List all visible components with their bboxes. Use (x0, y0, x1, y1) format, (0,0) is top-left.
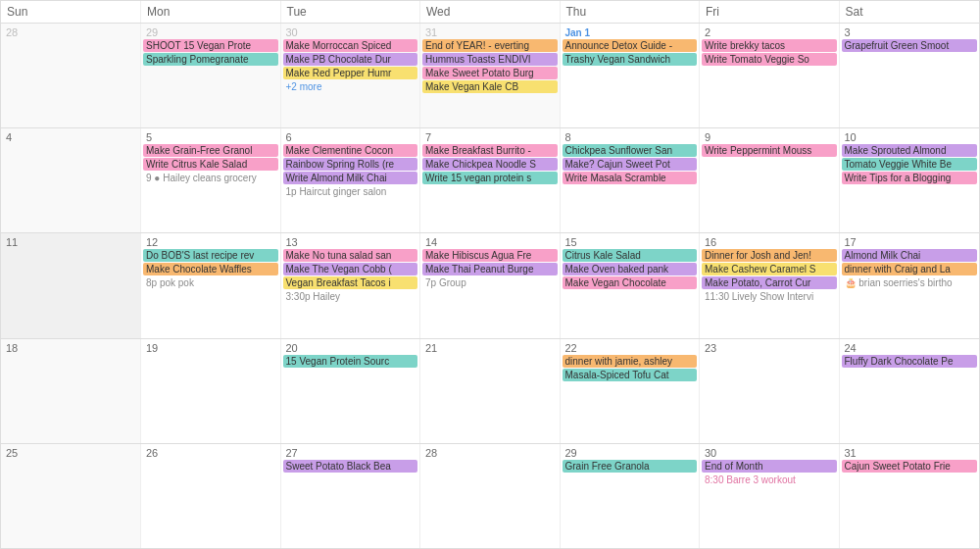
calendar-event[interactable]: Make? Cajun Sweet Pot (563, 158, 698, 171)
calendar-event[interactable]: Make Chickpea Noodle S (422, 158, 558, 171)
day-number-2-0: 11 (3, 235, 138, 249)
day-number-1-5: 9 (702, 130, 837, 144)
time-event: 🎂 brian soerries's birtho (842, 276, 978, 289)
time-event: 8p pok pok (143, 276, 278, 289)
calendar-event[interactable]: dinner with jamie, ashley (563, 355, 698, 368)
day-number-3-3: 21 (422, 341, 558, 355)
calendar-event[interactable]: Make Morroccan Spiced (283, 39, 418, 52)
day-number-3-1: 19 (143, 341, 278, 355)
calendar-event[interactable]: Make PB Chocolate Dur (283, 53, 418, 66)
day-number-4-2: 27 (283, 446, 418, 460)
day-cell-3-3: 21 (420, 339, 561, 443)
week-row-0: 2829SHOOT 15 Vegan ProteSparkling Pomegr… (1, 24, 979, 128)
calendar-event[interactable]: End of Month (702, 460, 837, 473)
day-number-0-0: 28 (3, 25, 138, 39)
days-of-week-header: Sun Mon Tue Wed Thu Fri Sat (1, 1, 979, 24)
day-cell-3-0: 18 (1, 339, 141, 443)
calendar-event[interactable]: Sweet Potato Black Bea (283, 460, 418, 473)
calendar-event[interactable]: Make Grain-Free Granol (143, 144, 278, 157)
header-thu: Thu (561, 1, 701, 23)
calendar-event[interactable]: Write Tips for a Blogging (842, 172, 978, 184)
day-cell-3-4: 22dinner with jamie, ashleyMasala-Spiced… (561, 339, 701, 443)
calendar-event[interactable]: Make Cashew Caramel S (702, 263, 837, 275)
calendar-event[interactable]: Grapefruit Green Smoot (842, 39, 978, 52)
calendar-event[interactable]: Make Potato, Carrot Cur (702, 276, 837, 289)
day-number-4-0: 25 (3, 446, 138, 460)
calendar-event[interactable]: Make Breakfast Burrito - (422, 144, 558, 157)
calendar-event[interactable]: Citrus Kale Salad (563, 249, 698, 262)
day-cell-2-3: 14Make Hibiscus Agua FreMake Thai Peanut… (420, 233, 561, 337)
day-cell-1-4: 8Chickpea Sunflower SanMake? Cajun Sweet… (561, 128, 701, 232)
day-number-4-4: 29 (563, 446, 698, 460)
day-cell-0-4: Jan 1Announce Detox Guide -Trashy Vegan … (561, 24, 701, 127)
calendar-event[interactable]: Hummus Toasts ENDIVI (422, 53, 558, 66)
day-cell-4-2: 27Sweet Potato Black Bea (281, 444, 421, 548)
calendar: Sun Mon Tue Wed Thu Fri Sat 2829SHOOT 15… (0, 0, 980, 549)
calendar-event[interactable]: Make Hibiscus Agua Fre (422, 249, 558, 262)
time-event: 9 ● Hailey cleans grocery (143, 172, 278, 184)
day-number-2-6: 17 (842, 235, 978, 249)
calendar-event[interactable]: Cajun Sweet Potato Frie (842, 460, 978, 473)
calendar-event[interactable]: Sparkling Pomegranate (143, 53, 278, 66)
calendar-event[interactable]: Make Sweet Potato Burg (422, 67, 558, 79)
day-number-4-6: 31 (842, 446, 978, 460)
day-number-4-1: 26 (143, 446, 278, 460)
header-fri: Fri (700, 1, 840, 23)
day-cell-1-1: 5Make Grain-Free GranolWrite Citrus Kale… (141, 128, 281, 232)
calendar-event[interactable]: Make The Vegan Cobb ( (283, 263, 418, 275)
header-sun: Sun (1, 1, 141, 23)
calendar-event[interactable]: Write 15 vegan protein s (422, 172, 558, 184)
calendar-event[interactable]: Do BOB'S last recipe rev (143, 249, 278, 262)
day-cell-2-5: 16Dinner for Josh and Jen!Make Cashew Ca… (700, 233, 840, 337)
calendar-event[interactable]: dinner with Craig and La (842, 263, 978, 275)
calendar-event[interactable]: Make Vegan Chocolate (563, 276, 698, 289)
day-cell-0-5: 2Write brekky tacosWrite Tomato Veggie S… (700, 24, 840, 127)
header-sat: Sat (840, 1, 980, 23)
day-number-4-3: 28 (422, 446, 558, 460)
calendar-event[interactable]: Grain Free Granola (563, 460, 698, 473)
day-cell-4-4: 29Grain Free Granola (561, 444, 701, 548)
day-cell-0-3: 31End of YEAR! - evertingHummus Toasts E… (420, 24, 561, 127)
calendar-event[interactable]: SHOOT 15 Vegan Prote (143, 39, 278, 52)
calendar-event[interactable]: Make Sprouted Almond (842, 144, 978, 157)
calendar-event[interactable]: Rainbow Spring Rolls (re (283, 158, 418, 171)
calendar-event[interactable]: Write Citrus Kale Salad (143, 158, 278, 171)
calendar-event[interactable]: Write Masala Scramble (563, 172, 698, 184)
calendar-event[interactable]: Make Thai Peanut Burge (422, 263, 558, 275)
calendar-event[interactable]: Write brekky tacos (702, 39, 837, 52)
time-event: 8:30 Barre 3 workout (702, 474, 837, 486)
calendar-event[interactable]: Write Almond Milk Chai (283, 172, 418, 184)
calendar-event[interactable]: Make No tuna salad san (283, 249, 418, 262)
calendar-event[interactable]: Masala-Spiced Tofu Cat (563, 369, 698, 381)
calendar-event[interactable]: Write Peppermint Mouss (702, 144, 837, 157)
time-event: 7p Group (422, 276, 558, 289)
calendar-event[interactable]: Announce Detox Guide - (563, 39, 698, 52)
day-number-0-2: 30 (283, 25, 418, 39)
time-event: 1p Haircut ginger salon (283, 185, 418, 198)
calendar-event[interactable]: Make Chocolate Waffles (143, 263, 278, 275)
calendar-event[interactable]: Dinner for Josh and Jen! (702, 249, 837, 262)
calendar-event[interactable]: Chickpea Sunflower San (563, 144, 698, 157)
day-number-2-4: 15 (563, 235, 698, 249)
day-cell-1-6: 10Make Sprouted AlmondTomato Veggie Whit… (840, 128, 980, 232)
calendar-event[interactable]: Tomato Veggie White Be (842, 158, 978, 171)
week-row-3: 18192015 Vegan Protein Sourc2122dinner w… (1, 339, 979, 444)
calendar-event[interactable]: Make Oven baked pank (563, 263, 698, 275)
calendar-event[interactable]: Almond Milk Chai (842, 249, 978, 262)
calendar-event[interactable]: Make Red Pepper Humr (283, 67, 418, 79)
more-link[interactable]: +2 more (283, 80, 418, 93)
calendar-event[interactable]: Vegan Breakfast Tacos i (283, 276, 418, 289)
calendar-event[interactable]: End of YEAR! - everting (422, 39, 558, 52)
week-row-4: 252627Sweet Potato Black Bea2829Grain Fr… (1, 444, 979, 549)
calendar-event[interactable]: 15 Vegan Protein Sourc (283, 355, 418, 368)
calendar-event[interactable]: Make Clementine Cocon (283, 144, 418, 157)
header-tue: Tue (281, 1, 421, 23)
day-cell-4-5: 30End of Month8:30 Barre 3 workout (700, 444, 840, 548)
calendar-event[interactable]: Trashy Vegan Sandwich (563, 53, 698, 66)
day-number-3-5: 23 (702, 341, 837, 355)
calendar-event[interactable]: Make Vegan Kale CB (422, 80, 558, 93)
day-number-1-1: 5 (143, 130, 278, 144)
calendar-event[interactable]: Write Tomato Veggie So (702, 53, 837, 66)
calendar-event[interactable]: Fluffy Dark Chocolate Pe (842, 355, 978, 368)
day-number-3-6: 24 (842, 341, 978, 355)
